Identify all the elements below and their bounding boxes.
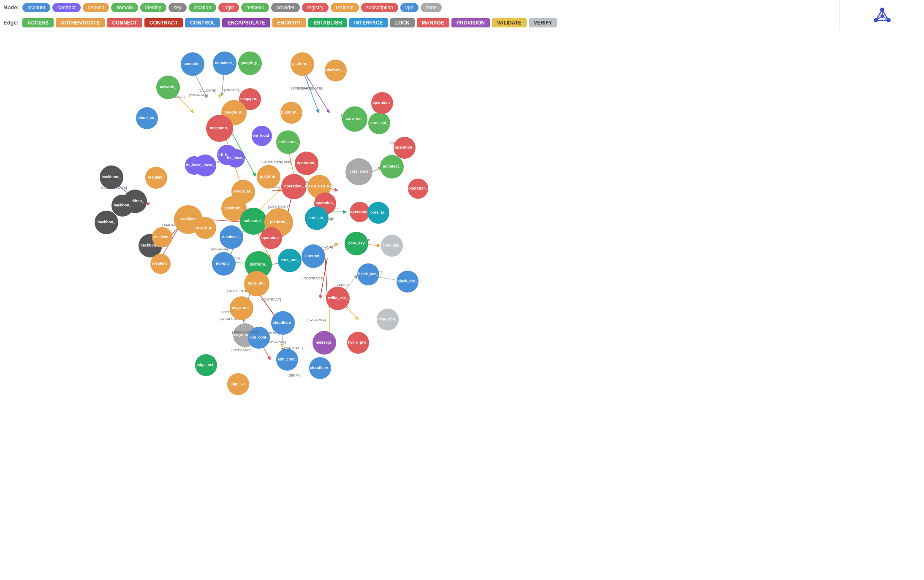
node-vpn-cont[interactable] — [248, 327, 270, 349]
svg-text:[:VALIDATE]: [:VALIDATE] — [189, 93, 208, 97]
edge-tag-contract[interactable]: CONTRACT — [144, 18, 183, 27]
node-core-dep[interactable] — [381, 235, 403, 257]
edge-filter-row: Edge: ACCESS AUTHENTICATE CONNECT CONTRA… — [0, 15, 924, 30]
node-operation-lower[interactable] — [260, 227, 282, 249]
node-operation-lr[interactable] — [350, 202, 370, 222]
node-platform-top[interactable] — [291, 52, 314, 76]
node-resident-bl[interactable] — [152, 227, 172, 247]
node-operation-r[interactable] — [394, 137, 416, 159]
node-noreply[interactable] — [212, 252, 236, 276]
node-backbone-ll[interactable] — [111, 195, 133, 217]
node-backbone-ul[interactable] — [100, 165, 123, 189]
node-tag-domain[interactable]: domain — [111, 3, 138, 12]
node-operation-rt[interactable] — [371, 92, 393, 114]
edge-tag-encapsulate[interactable]: ENCAPSULATE — [222, 18, 270, 27]
svg-text:[:AUTHENTICATE]: [:AUTHENTICATE] — [262, 160, 291, 164]
node-core-ar[interactable] — [367, 202, 389, 224]
node-container[interactable] — [213, 51, 236, 75]
node-tag-registry[interactable]: registry — [302, 3, 329, 12]
node-tag-provider[interactable]: provider — [271, 3, 299, 12]
node-core-ab[interactable] — [305, 206, 329, 230]
graph-icon — [872, 5, 893, 30]
node-core-key[interactable] — [345, 232, 368, 255]
edge-tag-access[interactable]: ACCESS — [22, 18, 54, 27]
node-compute[interactable] — [181, 52, 204, 76]
svg-text:[:ENCAPSULATE]: [:ENCAPSULATE] — [295, 87, 322, 90]
node-edn-cont[interactable] — [276, 349, 298, 371]
node-resident-l[interactable] — [145, 167, 167, 189]
nodes[interactable]: compute_ container_ google_p_ platform_.… — [95, 51, 428, 395]
node-messaging[interactable] — [313, 331, 336, 355]
node-core-zone[interactable] — [345, 158, 372, 185]
edge-tag-verify[interactable]: VERIFY — [529, 18, 557, 27]
node-tag-resident[interactable]: resident — [331, 3, 359, 12]
node-database[interactable] — [220, 225, 243, 249]
node-platform-mid[interactable] — [257, 165, 280, 189]
edge-tag-provision[interactable]: PROVISION — [451, 18, 490, 27]
node-operation-ml[interactable] — [295, 152, 318, 175]
edge-tag-interface[interactable]: INTERFACE — [349, 18, 388, 27]
node-tag-deposit[interactable]: deposit — [83, 3, 109, 12]
node-platform-tr[interactable] — [325, 60, 347, 81]
node-black-pro[interactable] — [397, 271, 419, 293]
edge-tag-establish[interactable]: ESTABLISH — [308, 18, 347, 27]
svg-text:[:ACCESS]: [:ACCESS] — [211, 247, 228, 251]
node-subscript[interactable] — [240, 208, 267, 235]
node-edge-nor[interactable] — [230, 296, 253, 320]
edge-tag-control[interactable]: CONTROL — [185, 18, 220, 27]
node-frk-locat2[interactable] — [226, 149, 245, 168]
node-tag-identity[interactable]: identity — [140, 3, 166, 12]
node-orchestra[interactable] — [276, 130, 300, 154]
node-twilio-pro[interactable] — [347, 332, 369, 354]
svg-text:[:CONTRACT]: [:CONTRACT] — [302, 276, 323, 280]
node-tag-location[interactable]: location — [189, 3, 216, 12]
edge-tag-encrypt[interactable]: ENCRYPT — [272, 18, 307, 27]
edge-tag-validate[interactable]: VALIDATE — [492, 18, 527, 27]
node-edge-net[interactable] — [195, 354, 217, 376]
node-cloudflare-upper[interactable] — [271, 311, 295, 335]
node-tag-key[interactable]: key — [168, 3, 187, 12]
node-twilio-acc[interactable] — [326, 287, 350, 310]
node-cloudflare-lower[interactable] — [309, 357, 331, 379]
graph-canvas[interactable]: [:ESTABLISH] [:ESTABLISH] [:VALIDATE] [:… — [0, 30, 924, 580]
node-tag-contract[interactable]: contract — [52, 3, 81, 12]
node-edge-dn[interactable] — [244, 271, 269, 296]
node-tag-login[interactable]: login — [218, 3, 239, 12]
node-tag-network[interactable]: network — [241, 3, 269, 12]
edge-tag-authenticate[interactable]: AUTHENTICATE — [56, 18, 105, 27]
edge-label: Edge: — [3, 19, 20, 26]
node-rh-locat[interactable] — [185, 156, 204, 175]
node-architect[interactable] — [380, 155, 404, 179]
edge-tag-connect[interactable]: CONNECT — [107, 18, 142, 27]
edge-tag-lock[interactable]: LOCK — [390, 18, 415, 27]
node-chat-con[interactable] — [377, 309, 399, 331]
node-core-nor[interactable] — [278, 249, 302, 272]
node-core-vpi[interactable] — [368, 112, 390, 134]
node-cloud-co[interactable] — [136, 107, 158, 129]
node-google-p[interactable] — [238, 51, 262, 75]
svg-text:[:VERIFY]: [:VERIFY] — [285, 374, 301, 377]
node-core-net[interactable] — [342, 106, 367, 132]
node-tag-account[interactable]: account — [22, 3, 50, 12]
svg-text:[:INTERFACE]: [:INTERFACE] — [231, 348, 253, 352]
node-network[interactable] — [156, 76, 180, 99]
node-tag-zone[interactable]: zone — [421, 3, 442, 12]
node-black-acc[interactable] — [357, 263, 379, 285]
node-resident-ll[interactable] — [150, 254, 171, 274]
node-label: Node: — [3, 4, 20, 11]
node-operation-fr[interactable] — [408, 179, 428, 199]
svg-text:[:VALIDATE]: [:VALIDATE] — [267, 340, 286, 344]
graph-svg: [:ESTABLISH] [:ESTABLISH] [:VALIDATE] [:… — [0, 30, 924, 580]
node-tag-vpn[interactable]: vpn — [400, 3, 419, 12]
node-megaport-main[interactable] — [206, 115, 233, 142]
node-edge-vo[interactable] — [227, 373, 249, 395]
node-operation-center[interactable] — [281, 174, 307, 199]
node-em-locat[interactable] — [252, 126, 272, 146]
edge-tag-manage[interactable]: MANAGE — [417, 18, 449, 27]
node-tag-subscription[interactable]: subscription — [361, 3, 398, 12]
node-platform-um[interactable] — [280, 102, 302, 124]
node-internet[interactable] — [302, 244, 325, 268]
node-oracle-pr[interactable] — [194, 217, 216, 239]
svg-text:[:VALIDATE]: [:VALIDATE] — [198, 89, 216, 92]
node-backbone-fl[interactable] — [95, 211, 118, 234]
